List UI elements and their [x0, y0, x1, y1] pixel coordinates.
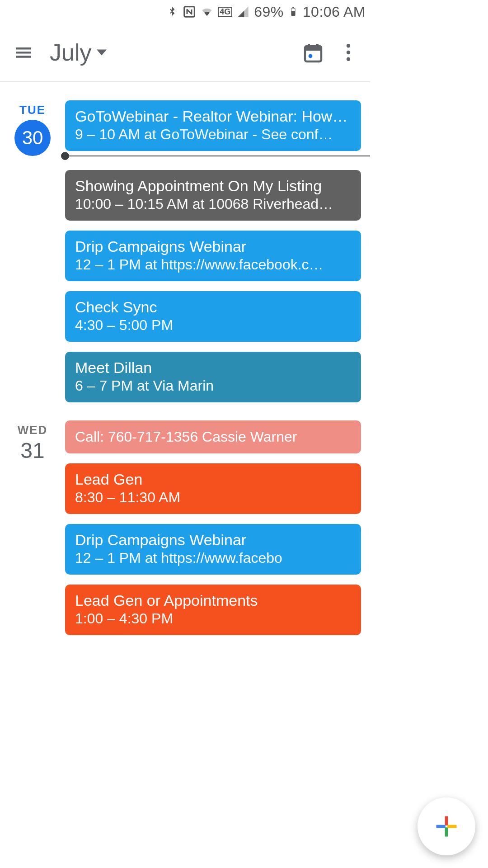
- hamburger-icon: [14, 42, 33, 62]
- svg-rect-2: [292, 7, 294, 9]
- event-card[interactable]: Drip Campaigns Webinar 12 – 1 PM at http…: [65, 231, 361, 281]
- event-title: GoToWebinar - Realtor Webinar: How…: [75, 108, 351, 125]
- event-subtitle: 1:00 – 4:30 PM: [75, 610, 351, 627]
- svg-point-10: [347, 44, 350, 47]
- event-title: Drip Campaigns Webinar: [75, 531, 351, 549]
- event-title: Drip Campaigns Webinar: [75, 238, 351, 255]
- svg-point-11: [347, 51, 350, 54]
- app-bar: July: [0, 24, 370, 82]
- event-subtitle: 12 – 1 PM at https://www.facebo: [75, 550, 351, 566]
- wifi-icon: [201, 5, 213, 18]
- signal-icon: [237, 5, 249, 18]
- date-header[interactable]: WED 31: [0, 420, 65, 635]
- event-card[interactable]: Lead Gen or Appointments 1:00 – 4:30 PM: [65, 585, 361, 635]
- svg-rect-7: [308, 44, 310, 47]
- month-label: July: [50, 39, 91, 66]
- event-subtitle: 6 – 7 PM at Via Marin: [75, 377, 351, 394]
- event-subtitle: 10:00 – 10:15 AM at 10068 Riverhead…: [75, 196, 351, 212]
- events-column: GoToWebinar - Realtor Webinar: How… 9 – …: [65, 100, 361, 402]
- event-subtitle: 12 – 1 PM at https://www.facebook.c…: [75, 256, 351, 273]
- more-vert-icon: [346, 44, 351, 61]
- clock: 10:06 AM: [303, 4, 366, 20]
- svg-rect-4: [291, 9, 295, 11]
- today-button[interactable]: [300, 39, 327, 66]
- day-of-week: TUE: [19, 103, 46, 117]
- status-bar: 4G 69% 10:06 AM: [0, 0, 370, 24]
- schedule-list[interactable]: TUE 30 GoToWebinar - Realtor Webinar: Ho…: [0, 82, 370, 653]
- event-subtitle: 4:30 – 5:00 PM: [75, 317, 351, 334]
- event-subtitle: 9 – 10 AM at GoToWebinar - See conf…: [75, 126, 351, 143]
- svg-rect-6: [305, 46, 321, 51]
- date-header[interactable]: TUE 30: [0, 100, 65, 402]
- day-of-month: 31: [20, 438, 44, 463]
- svg-point-12: [347, 57, 350, 61]
- event-card[interactable]: Drip Campaigns Webinar 12 – 1 PM at http…: [65, 524, 361, 575]
- event-title: Check Sync: [75, 298, 351, 316]
- bluetooth-icon: [166, 6, 178, 18]
- overflow-menu-button[interactable]: [335, 39, 362, 66]
- event-title: Showing Appointment On My Listing: [75, 177, 351, 195]
- event-subtitle: 8:30 – 11:30 AM: [75, 489, 351, 506]
- day-row: TUE 30 GoToWebinar - Realtor Webinar: Ho…: [0, 100, 370, 420]
- calendar-today-icon: [302, 42, 324, 63]
- event-card[interactable]: Meet Dillan 6 – 7 PM at Via Marin: [65, 352, 361, 402]
- event-title: Meet Dillan: [75, 359, 351, 377]
- event-title: Lead Gen or Appointments: [75, 592, 351, 609]
- chevron-down-icon: [97, 49, 107, 56]
- battery-percent: 69%: [254, 4, 284, 20]
- battery-icon: [288, 5, 298, 19]
- nfc-icon: [183, 5, 196, 19]
- event-title: Call: 760-717-1356 Cassie Warner: [75, 429, 351, 445]
- menu-button[interactable]: [10, 39, 37, 66]
- event-card[interactable]: Lead Gen 8:30 – 11:30 AM: [65, 463, 361, 514]
- event-card[interactable]: Call: 760-717-1356 Cassie Warner: [65, 420, 361, 453]
- day-of-week: WED: [18, 423, 48, 437]
- event-card[interactable]: GoToWebinar - Realtor Webinar: How… 9 – …: [65, 100, 361, 151]
- events-column: Call: 760-717-1356 Cassie Warner Lead Ge…: [65, 420, 361, 635]
- svg-rect-8: [316, 44, 319, 47]
- event-card[interactable]: Check Sync 4:30 – 5:00 PM: [65, 291, 361, 342]
- day-row: WED 31 Call: 760-717-1356 Cassie Warner …: [0, 420, 370, 653]
- day-of-month: 30: [14, 120, 51, 156]
- svg-point-9: [309, 54, 313, 58]
- month-dropdown[interactable]: July: [50, 39, 107, 66]
- event-card[interactable]: Showing Appointment On My Listing 10:00 …: [65, 170, 361, 221]
- lte-icon: 4G: [218, 7, 232, 17]
- event-title: Lead Gen: [75, 471, 351, 488]
